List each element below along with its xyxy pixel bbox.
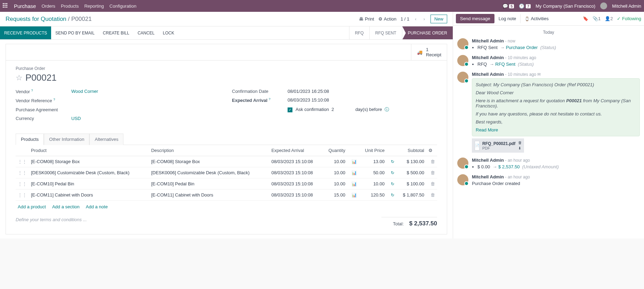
unit-cell[interactable]: 120.50 bbox=[359, 189, 387, 200]
author-avatar[interactable] bbox=[457, 158, 468, 169]
qty-cell[interactable]: 10.00 bbox=[323, 178, 347, 189]
delete-row-icon[interactable]: 🗑 bbox=[428, 192, 435, 198]
info-icon[interactable]: ⓘ bbox=[385, 107, 389, 112]
breadcrumb-root[interactable]: Requests for Quotation bbox=[6, 16, 66, 22]
total-label: Total: bbox=[393, 221, 404, 226]
lock-button[interactable]: LOCK bbox=[159, 26, 178, 39]
activities-button[interactable]: Activities bbox=[520, 14, 553, 23]
read-more-link[interactable]: Read More bbox=[476, 127, 498, 133]
author-avatar[interactable] bbox=[457, 72, 468, 83]
vendor-field[interactable]: Wood Corner bbox=[71, 89, 98, 94]
arrival-cell[interactable]: 08/03/2023 15:10:08 bbox=[269, 189, 323, 200]
refresh-icon[interactable]: ↻ bbox=[389, 159, 394, 164]
total-amount: $ 2,537.50 bbox=[409, 220, 437, 227]
new-button[interactable]: New bbox=[430, 15, 447, 23]
messages-icon[interactable]: 💬 5 bbox=[502, 3, 514, 9]
delete-row-icon[interactable]: 🗑 bbox=[428, 181, 435, 186]
breadcrumb: Requests for Quotation / P00021 bbox=[6, 16, 92, 23]
add-product-link[interactable]: Add a product bbox=[18, 204, 46, 209]
product-cell[interactable]: [DESK0006] Customizable Desk (Custom, Bl… bbox=[29, 167, 149, 178]
confirm-date-field[interactable]: 08/01/2023 16:25:08 bbox=[288, 89, 329, 94]
menu-products[interactable]: Products bbox=[61, 3, 79, 9]
tab-products[interactable]: Products bbox=[16, 134, 44, 145]
terms-field[interactable]: Define your terms and conditions ... bbox=[16, 217, 381, 222]
add-section-link[interactable]: Add a section bbox=[52, 204, 80, 209]
drag-handle-icon[interactable]: ⋮⋮ bbox=[18, 192, 27, 198]
qty-cell[interactable]: 10.00 bbox=[323, 156, 347, 167]
tab-alternatives[interactable]: Alternatives bbox=[89, 134, 123, 145]
forecast-icon[interactable]: 📊 bbox=[349, 159, 357, 164]
po-name: P00021 bbox=[25, 72, 57, 83]
product-cell[interactable]: [E-COM10] Pedal Bin bbox=[29, 178, 149, 189]
desc-cell[interactable]: [E-COM11] Cabinet with Doors bbox=[149, 189, 269, 200]
author-avatar[interactable] bbox=[457, 174, 468, 185]
brand[interactable]: Purchase bbox=[14, 3, 36, 9]
company-name[interactable]: My Company (San Francisco) bbox=[536, 3, 595, 9]
author-avatar[interactable] bbox=[457, 38, 468, 49]
arrival-cell[interactable]: 08/03/2023 15:10:08 bbox=[269, 167, 323, 178]
qty-cell[interactable]: 15.00 bbox=[323, 189, 347, 200]
attachment-icon[interactable]: 📎1 bbox=[593, 16, 601, 21]
forecast-icon[interactable]: 📊 bbox=[349, 182, 357, 186]
menu-orders[interactable]: Orders bbox=[41, 3, 55, 9]
menu-reporting[interactable]: Reporting bbox=[84, 3, 104, 9]
print-button[interactable]: 🖶 Print bbox=[359, 16, 374, 22]
unit-cell[interactable]: 50.00 bbox=[359, 167, 387, 178]
ask-confirmation-field[interactable]: ✓ Ask confirmation 2 day(s) before ⓘ bbox=[288, 106, 389, 113]
unit-cell[interactable]: 10.00 bbox=[359, 178, 387, 189]
delete-row-icon[interactable]: 🗑 bbox=[428, 159, 435, 164]
log-note-button[interactable]: Log note bbox=[494, 14, 521, 23]
delete-attachment-icon[interactable]: 🗑 bbox=[518, 141, 522, 145]
attachment[interactable]: 📄 RFQ_P00021.pdf PDF 🗑 ⬇ bbox=[472, 138, 524, 153]
product-cell[interactable]: [E-COM11] Cabinet with Doors bbox=[29, 189, 149, 200]
status-rfq-sent[interactable]: RFQ SENT bbox=[369, 26, 402, 39]
star-icon[interactable]: ☆ bbox=[16, 73, 23, 82]
unit-cell[interactable]: 13.00 bbox=[359, 156, 387, 167]
delete-row-icon[interactable]: 🗑 bbox=[428, 170, 435, 175]
drag-handle-icon[interactable]: ⋮⋮ bbox=[18, 181, 27, 186]
tab-other-info[interactable]: Other Information bbox=[44, 134, 89, 145]
desc-cell[interactable]: [DESK0006] Customizable Desk (Custom, Bl… bbox=[149, 167, 269, 178]
drag-handle-icon[interactable]: ⋮⋮ bbox=[18, 170, 27, 175]
arrival-field[interactable]: 08/03/2023 15:10:08 bbox=[288, 97, 329, 103]
send-po-button[interactable]: SEND PO BY EMAIL bbox=[51, 26, 98, 39]
create-bill-button[interactable]: CREATE BILL bbox=[99, 26, 134, 39]
activities-icon[interactable]: 🕐 7 bbox=[519, 3, 531, 9]
send-message-button[interactable]: Send message bbox=[456, 14, 494, 23]
forecast-icon[interactable]: 📊 bbox=[349, 170, 357, 175]
refresh-icon[interactable]: ↻ bbox=[389, 182, 394, 186]
desc-cell[interactable]: [E-COM08] Storage Box bbox=[149, 156, 269, 167]
receive-products-button[interactable]: RECEIVE PRODUCTS bbox=[0, 26, 51, 39]
download-attachment-icon[interactable]: ⬇ bbox=[518, 146, 522, 151]
product-cell[interactable]: [E-COM08] Storage Box bbox=[29, 156, 149, 167]
pager-prev[interactable]: ‹ bbox=[413, 16, 418, 22]
refresh-icon[interactable]: ↻ bbox=[389, 170, 394, 175]
forecast-icon[interactable]: 📊 bbox=[349, 193, 357, 198]
followers-icon[interactable]: 👤2 bbox=[605, 16, 613, 21]
following-button[interactable]: ✓ Following bbox=[617, 16, 641, 21]
action-button[interactable]: ⚙ Action bbox=[378, 16, 396, 22]
cancel-button[interactable]: CANCEL bbox=[134, 26, 159, 39]
log-message: Mitchell Admin - now RFQ Sent → Purchase… bbox=[457, 38, 640, 50]
arrival-cell[interactable]: 08/03/2023 15:10:08 bbox=[269, 156, 323, 167]
menu-configuration[interactable]: Configuration bbox=[110, 3, 136, 9]
status-rfq[interactable]: RFQ bbox=[349, 26, 369, 39]
search-messages-icon[interactable]: 🔖 bbox=[583, 16, 588, 21]
apps-icon[interactable] bbox=[3, 3, 8, 9]
th-subtotal: Subtotal bbox=[396, 145, 426, 156]
checkbox-icon[interactable]: ✓ bbox=[288, 107, 292, 112]
arrival-cell[interactable]: 08/03/2023 15:10:08 bbox=[269, 178, 323, 189]
drag-handle-icon[interactable]: ⋮⋮ bbox=[18, 159, 27, 164]
settings-icon[interactable]: ⚙ bbox=[428, 148, 433, 153]
refresh-icon[interactable]: ↻ bbox=[389, 193, 394, 198]
status-purchase-order[interactable]: PURCHASE ORDER bbox=[402, 26, 453, 39]
user-name[interactable]: Mitchell Admin bbox=[612, 3, 641, 9]
author-avatar[interactable] bbox=[457, 55, 468, 66]
receipt-stat-button[interactable]: 🚚 1 Receipt bbox=[411, 44, 447, 60]
add-note-link[interactable]: Add a note bbox=[86, 204, 108, 209]
desc-cell[interactable]: [E-COM10] Pedal Bin bbox=[149, 178, 269, 189]
user-avatar[interactable] bbox=[600, 2, 607, 9]
pager-next[interactable]: › bbox=[422, 16, 426, 22]
qty-cell[interactable]: 10.00 bbox=[323, 167, 347, 178]
currency-field[interactable]: USD bbox=[71, 116, 81, 121]
